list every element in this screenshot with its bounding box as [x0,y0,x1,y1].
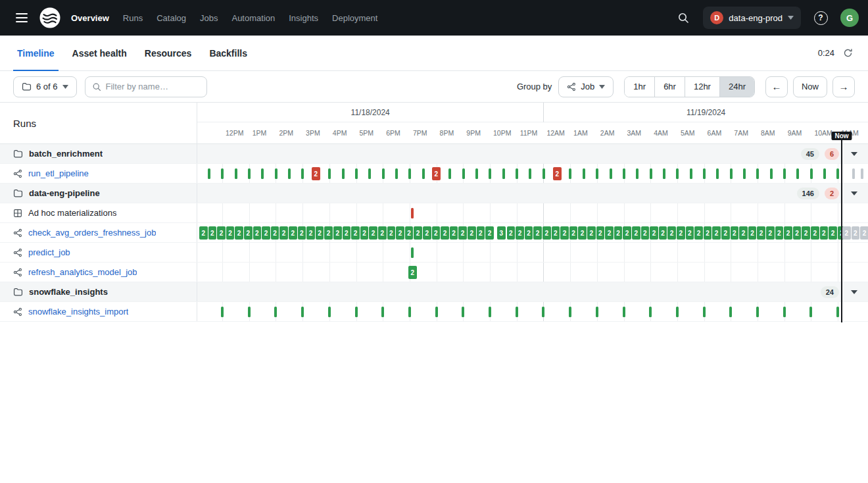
run-success-box[interactable]: 2 [432,226,441,240]
run-success-tick[interactable] [411,247,414,258]
run-success-tick[interactable] [395,168,398,179]
run-success-box[interactable]: 2 [450,226,458,240]
range-1hr[interactable]: 1hr [625,77,654,97]
run-success-box[interactable]: 2 [623,226,631,240]
run-success-box[interactable]: 2 [694,226,703,240]
run-success-tick[interactable] [368,168,371,179]
run-success-tick[interactable] [221,307,224,317]
scope-dropdown[interactable]: 6 of 6 [13,76,77,97]
run-success-tick[interactable] [623,168,625,179]
run-success-box[interactable]: 2 [793,226,802,240]
tab-timeline[interactable]: Timeline [13,36,59,70]
run-success-box[interactable]: 2 [829,226,837,240]
run-success-box[interactable]: 2 [262,226,270,240]
run-success-tick[interactable] [342,168,345,179]
run-success-box[interactable]: 2 [414,226,422,240]
run-success-tick[interactable] [301,307,304,317]
run-queued-tick[interactable] [852,168,855,179]
run-success-tick[interactable] [810,168,813,179]
run-success-tick[interactable] [489,307,491,317]
run-success-box[interactable]: 2 [641,226,650,240]
run-success-tick[interactable] [462,168,465,179]
run-success-tick[interactable] [208,168,210,179]
run-success-tick[interactable] [796,168,799,179]
run-success-box[interactable]: 2 [560,226,569,240]
run-success-tick[interactable] [676,168,679,179]
run-success-tick[interactable] [328,307,331,317]
run-success-box[interactable]: 2 [587,226,596,240]
run-success-tick[interactable] [529,168,531,179]
run-failure-box[interactable]: 2 [553,167,562,180]
run-success-tick[interactable] [248,307,251,317]
avatar[interactable]: G [840,9,859,27]
run-success-tick[interactable] [301,168,304,179]
run-success-tick[interactable] [462,307,464,317]
run-success-box[interactable]: 2 [784,226,792,240]
run-success-box[interactable]: 2 [525,226,533,240]
next-button[interactable]: → [832,76,855,97]
run-success-box[interactable]: 2 [306,226,315,240]
run-queued-box[interactable]: 2 [842,226,851,240]
run-success-box[interactable]: 2 [369,226,377,240]
run-success-box[interactable]: 2 [199,226,208,240]
run-success-box[interactable]: 2 [820,226,829,240]
run-success-tick[interactable] [770,168,773,179]
run-success-tick[interactable] [355,307,358,317]
prev-button[interactable]: ← [765,76,788,97]
row-name[interactable]: snowflake_insights_import [28,307,128,317]
run-success-box[interactable]: 2 [650,226,658,240]
run-failure-tick[interactable] [411,208,414,218]
run-success-box[interactable]: 2 [739,226,748,240]
refresh-icon[interactable] [840,46,855,61]
run-success-tick[interactable] [596,307,598,317]
run-success-box[interactable]: 2 [614,226,623,240]
run-success-tick[interactable] [743,168,746,179]
run-success-tick[interactable] [729,307,732,317]
run-success-box[interactable]: 2 [396,226,404,240]
run-success-tick[interactable] [676,307,679,317]
run-queued-tick[interactable] [861,168,863,179]
run-success-box[interactable]: 2 [378,226,387,240]
run-success-box[interactable]: 2 [677,226,685,240]
run-success-box[interactable]: 2 [632,226,640,240]
run-success-box[interactable]: 2 [721,226,730,240]
run-queued-box[interactable]: 2 [852,226,860,240]
run-success-box[interactable]: 2 [578,226,587,240]
run-success-tick[interactable] [489,168,491,179]
run-success-tick[interactable] [435,307,438,317]
run-success-box[interactable]: 2 [217,226,226,240]
run-queued-box[interactable]: 2 [860,226,868,240]
nav-item-insights[interactable]: Insights [289,13,318,23]
row-name[interactable]: run_etl_pipeline [28,168,89,178]
run-success-box[interactable]: 2 [748,226,757,240]
run-success-box[interactable]: 2 [667,226,676,240]
run-success-tick[interactable] [610,168,612,179]
run-success-box[interactable]: 2 [507,226,516,240]
run-success-box[interactable]: 2 [468,226,476,240]
run-success-tick[interactable] [756,307,759,317]
run-success-box[interactable]: 2 [423,226,431,240]
run-success-tick[interactable] [288,168,291,179]
run-success-tick[interactable] [381,307,384,317]
run-success-box[interactable]: 2 [324,226,333,240]
range-24hr[interactable]: 24hr [719,77,754,97]
run-success-tick[interactable] [542,168,545,179]
range-6hr[interactable]: 6hr [654,77,685,97]
run-success-tick[interactable] [355,168,358,179]
run-success-tick[interactable] [274,307,277,317]
run-success-box[interactable]: 2 [244,226,253,240]
run-success-tick[interactable] [663,168,665,179]
run-success-tick[interactable] [382,168,385,179]
run-success-tick[interactable] [703,307,706,317]
run-success-box[interactable]: 2 [405,226,414,240]
run-success-tick[interactable] [448,168,451,179]
run-success-tick[interactable] [569,168,571,179]
help-icon[interactable]: ? [811,8,831,28]
run-success-box[interactable]: 2 [253,226,262,240]
row-name[interactable]: refresh_analytics_model_job [28,267,137,277]
tab-backfills[interactable]: Backfills [205,36,251,70]
run-success-box[interactable]: 2 [686,226,694,240]
run-success-box[interactable]: 2 [316,226,324,240]
run-success-tick[interactable] [649,307,652,317]
run-success-box[interactable]: 2 [775,226,784,240]
